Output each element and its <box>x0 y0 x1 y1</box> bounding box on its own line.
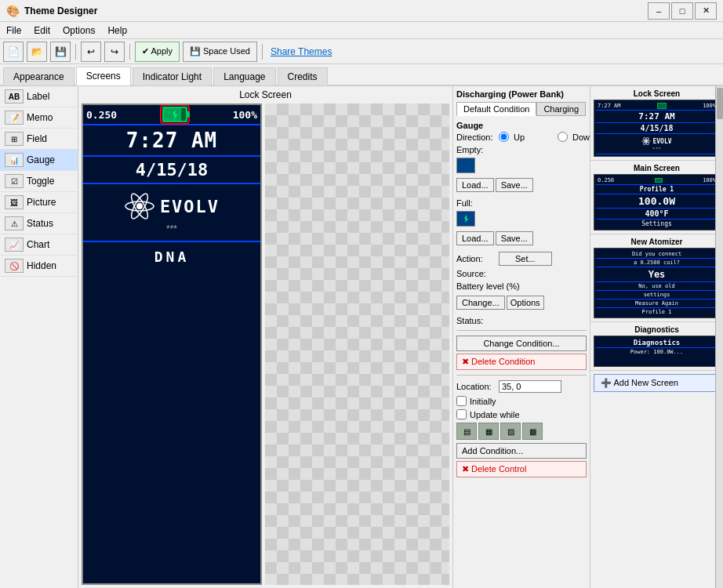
menu-help[interactable]: Help <box>101 24 133 38</box>
minimize-button[interactable]: – <box>648 2 670 20</box>
apply-button[interactable]: ✔ Apply <box>135 42 180 62</box>
title-bar: 🎨 Theme Designer – □ ✕ <box>0 0 723 22</box>
element-chart[interactable]: 📈 Chart <box>0 234 78 256</box>
save-button[interactable]: 💾 <box>50 42 71 62</box>
default-condition-tab[interactable]: Default Condition <box>456 102 536 116</box>
element-memo[interactable]: 📝 Memo <box>0 107 78 129</box>
initially-checkbox[interactable] <box>456 396 467 406</box>
source-change-button[interactable]: Change... <box>456 296 505 310</box>
tab-indicator-light[interactable]: Indicator Light <box>133 67 212 85</box>
direction-up-radio[interactable] <box>499 132 509 142</box>
tab-bar: Appearance Screens Indicator Light Langu… <box>0 64 723 86</box>
logo-area: EVOLV *** <box>83 184 260 242</box>
empty-save-button[interactable]: Save... <box>496 178 533 192</box>
lock-screen-thumb[interactable]: Lock Screen 7:27 AM 100% 7:27 AM 4/15/18… <box>590 86 723 161</box>
status-icon: ⚠ <box>5 216 24 230</box>
add-condition-button[interactable]: Add Condition... <box>456 443 587 459</box>
gauge-label: Gauge <box>456 121 587 130</box>
date-display: 4/15/18 <box>83 157 260 184</box>
toolbar: 📄 📂 💾 ↩ ↪ ✔ Apply 💾 Space Used Share The… <box>0 39 723 64</box>
menu-options[interactable]: Options <box>56 24 101 38</box>
lock-screen-label: Lock Screen <box>594 89 720 98</box>
screen-thumbnails: Lock Screen 7:27 AM 100% 7:27 AM 4/15/18… <box>590 86 723 371</box>
full-save-button[interactable]: Save... <box>496 231 533 245</box>
menu-edit[interactable]: Edit <box>27 24 56 38</box>
close-button[interactable]: ✕ <box>695 2 717 20</box>
dna-area: DNA <box>83 242 260 271</box>
chart-icon: 📈 <box>5 238 24 252</box>
toggle-icon: ☑ <box>5 174 24 188</box>
properties-panel: Discharging (Power Bank) Default Conditi… <box>452 86 590 588</box>
source-options-button[interactable]: Options <box>507 296 544 310</box>
diagnostics-device: Diagnostics Power: 100.0W... <box>594 336 720 367</box>
new-atomizer-thumb[interactable]: New Atomizer Did you connect a 0.2500 co… <box>590 234 723 322</box>
hidden-icon: 🚫 <box>5 259 24 273</box>
stars-display: *** <box>89 223 254 234</box>
location-input[interactable] <box>499 380 561 393</box>
right-scrollbar[interactable] <box>715 86 723 588</box>
tab-appearance[interactable]: Appearance <box>3 67 74 85</box>
status-label: Status: <box>456 316 496 325</box>
svg-point-6 <box>645 140 647 142</box>
maximize-button[interactable]: □ <box>671 2 693 20</box>
menu-file[interactable]: File <box>0 24 27 38</box>
space-used-button[interactable]: 💾 Space Used <box>183 42 257 62</box>
tab-language[interactable]: Language <box>213 67 275 85</box>
diagnostics-thumb[interactable]: Diagnostics Diagnostics Power: 100.0W... <box>590 322 723 371</box>
add-new-screen-button[interactable]: ➕ Add New Screen <box>594 374 720 392</box>
element-toggle[interactable]: ☑ Toggle <box>0 171 78 192</box>
element-hidden[interactable]: 🚫 Hidden <box>0 256 78 277</box>
full-load-button[interactable]: Load... <box>456 231 494 245</box>
location-row: Location: <box>456 380 587 393</box>
scrollbar-thumb[interactable] <box>717 88 723 119</box>
action-set-button[interactable]: Set... <box>499 252 552 266</box>
svg-marker-5 <box>464 215 468 223</box>
preview-container: 0.250 100% 7:27 AM <box>82 103 449 585</box>
frame-btn-2[interactable]: ▦ <box>478 423 499 440</box>
direction-label: Direction: <box>456 132 496 142</box>
delete-control-button[interactable]: ✖ Delete Control <box>456 461 587 477</box>
preview-area: Lock Screen 0.250 <box>78 86 452 588</box>
direction-radios: Up Down <box>499 132 590 142</box>
charging-tab[interactable]: Charging <box>536 102 586 116</box>
diagnostics-label: Diagnostics <box>594 325 720 334</box>
full-row: Full: Load... Save... <box>456 198 587 249</box>
element-field[interactable]: ⊞ Field <box>0 129 78 150</box>
dna-text: DNA <box>89 249 254 265</box>
element-label[interactable]: AB Label <box>0 86 78 107</box>
checkered-background <box>265 103 449 585</box>
time-display: 7:27 AM <box>83 125 260 157</box>
undo-button[interactable]: ↩ <box>81 42 101 62</box>
share-themes-link[interactable]: Share Themes <box>267 46 336 57</box>
new-button[interactable]: 📄 <box>3 42 24 62</box>
location-label: Location: <box>456 382 496 391</box>
tab-screens[interactable]: Screens <box>76 67 131 85</box>
empty-label: Empty: <box>456 145 496 154</box>
menu-bar: File Edit Options Help <box>0 22 723 39</box>
initially-row: Initially <box>456 396 587 406</box>
main-screen-thumb[interactable]: Main Screen 0.250 100% Profile 1 100.0W … <box>590 161 723 234</box>
redo-button[interactable]: ↪ <box>104 42 125 62</box>
evolv-logo: EVOLV <box>89 191 254 222</box>
element-status[interactable]: ⚠ Status <box>0 213 78 234</box>
tab-credits[interactable]: Credits <box>278 67 328 85</box>
status-row: Status: <box>456 316 587 325</box>
frame-btn-4[interactable]: ▩ <box>522 423 543 440</box>
direction-down-radio[interactable] <box>558 132 568 142</box>
change-condition-button[interactable]: Change Condition... <box>456 336 587 351</box>
percent-display: 100% <box>233 109 257 121</box>
delete-condition-button[interactable]: ✖ Delete Condition <box>456 354 587 370</box>
right-panel: Lock Screen 7:27 AM 100% 7:27 AM 4/15/18… <box>590 86 723 588</box>
battery-icon[interactable] <box>162 107 187 122</box>
full-image <box>456 211 475 227</box>
update-while-checkbox[interactable] <box>456 409 467 419</box>
condition-tabs: Default Condition Charging <box>456 102 587 116</box>
picture-icon: 🖼 <box>5 195 24 209</box>
element-picture[interactable]: 🖼 Picture <box>0 192 78 213</box>
frame-btn-1[interactable]: ▤ <box>456 423 477 440</box>
empty-load-button[interactable]: Load... <box>456 178 494 192</box>
open-button[interactable]: 📂 <box>27 42 47 62</box>
update-while-row: Update while <box>456 409 587 419</box>
frame-btn-3[interactable]: ▨ <box>500 423 521 440</box>
element-gauge[interactable]: 📊 Gauge <box>0 150 78 171</box>
